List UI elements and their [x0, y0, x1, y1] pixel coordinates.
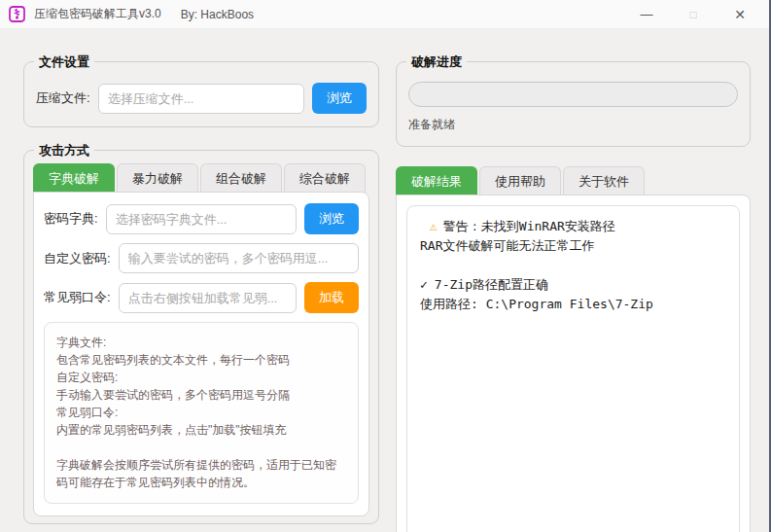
tab-brute-force[interactable]: 暴力破解 [117, 163, 198, 193]
left-column: 文件设置 压缩文件: 浏览 攻击方式 字典破解 暴力破解 组合破解 综合破解 密… [23, 61, 379, 524]
archive-file-input[interactable] [98, 84, 304, 114]
titlebar: 压缩包密码破解工具v3.0 By: HackBoos — □ ✕ [0, 0, 771, 29]
dictionary-help-text: 字典文件: 包含常见密码列表的文本文件，每行一个密码 自定义密码: 手动输入要尝… [44, 322, 359, 504]
app-zip-icon [9, 6, 25, 22]
window-byline: By: HackBoos [181, 8, 254, 21]
weak-password-label: 常见弱口令: [44, 289, 111, 306]
attack-tabs: 字典破解 暴力破解 组合破解 综合破解 [33, 163, 369, 193]
custom-password-input[interactable] [119, 243, 359, 273]
results-tabs: 破解结果 使用帮助 关于软件 [396, 166, 751, 195]
archive-file-label: 压缩文件: [36, 89, 90, 107]
result-line: ✓7-Zip路径配置正确 [420, 275, 726, 295]
load-weak-passwords-button[interactable]: 加载 [304, 282, 359, 313]
result-line: 使用路径: C:\Program Files\7-Zip [420, 295, 726, 314]
tab-crack-results[interactable]: 破解结果 [396, 166, 477, 195]
file-settings-group: 文件设置 压缩文件: 浏览 [23, 61, 379, 127]
close-button[interactable]: ✕ [717, 0, 763, 28]
tab-usage-help[interactable]: 使用帮助 [479, 166, 561, 195]
right-column: 破解进度 准备就绪 破解结果 使用帮助 关于软件 ⚠警告：未找到WinRAR安装… [396, 61, 751, 532]
attack-method-group: 攻击方式 字典破解 暴力破解 组合破解 综合破解 密码字典: 浏览 自定义密码:… [23, 150, 379, 524]
attack-method-legend: 攻击方式 [34, 142, 94, 159]
progress-status-text: 准备就绪 [408, 117, 738, 133]
progress-group: 破解进度 准备就绪 [396, 61, 751, 147]
dictionary-browse-button[interactable]: 浏览 [304, 203, 359, 234]
dictionary-tab-panel: 密码字典: 浏览 自定义密码: 常见弱口令: 加载 字典文件: 包含常见密码列表… [33, 192, 369, 516]
archive-browse-button[interactable]: 浏览 [312, 83, 367, 114]
file-settings-legend: 文件设置 [34, 53, 94, 70]
result-output-area[interactable]: ⚠警告：未找到WinRAR安装路径 RAR文件破解可能无法正常工作 ✓7-Zip… [406, 205, 740, 532]
window-title: 压缩包密码破解工具v3.0 [34, 6, 161, 22]
result-line [420, 256, 726, 275]
custom-password-label: 自定义密码: [44, 250, 111, 267]
progress-bar [408, 82, 738, 107]
tab-about-software[interactable]: 关于软件 [563, 166, 645, 195]
results-tab-panel: ⚠警告：未找到WinRAR安装路径 RAR文件破解可能无法正常工作 ✓7-Zip… [396, 195, 751, 532]
minimize-button[interactable]: — [623, 0, 670, 28]
window-controls: — □ ✕ [623, 0, 763, 28]
dictionary-label: 密码字典: [44, 210, 98, 228]
weak-password-input[interactable] [119, 283, 297, 313]
check-icon: ✓ [420, 277, 428, 292]
maximize-button[interactable]: □ [670, 0, 717, 28]
tab-dictionary-crack[interactable]: 字典破解 [33, 163, 115, 193]
tab-comprehensive-crack[interactable]: 综合破解 [284, 163, 366, 193]
warning-icon: ⚠ [430, 219, 438, 233]
progress-legend: 破解进度 [406, 53, 467, 70]
dictionary-file-input[interactable] [106, 204, 297, 234]
tab-combination-crack[interactable]: 组合破解 [200, 163, 282, 193]
result-line: ⚠警告：未找到WinRAR安装路径 [420, 217, 726, 236]
result-line: RAR文件破解可能无法正常工作 [420, 236, 726, 256]
